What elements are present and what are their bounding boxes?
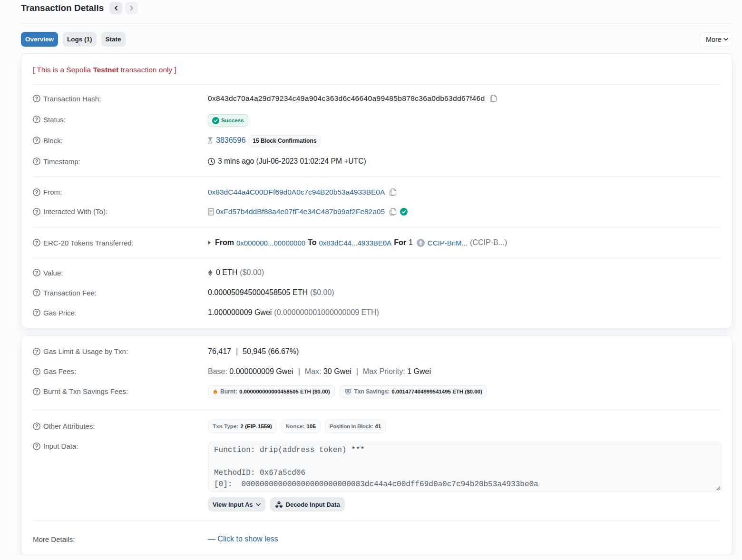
svg-text:?: ? [35, 270, 38, 275]
svg-text:?: ? [35, 423, 38, 429]
svg-text:?: ? [35, 96, 38, 101]
svg-text:?: ? [35, 117, 38, 122]
svg-text:?: ? [35, 368, 38, 374]
svg-text:?: ? [35, 443, 38, 449]
svg-text:?: ? [35, 290, 38, 295]
svg-text:?: ? [35, 138, 38, 143]
svg-text:?: ? [35, 158, 38, 164]
svg-text:?: ? [35, 208, 38, 214]
svg-text:?: ? [35, 348, 38, 354]
svg-text:?: ? [35, 388, 38, 394]
svg-text:?: ? [35, 189, 38, 195]
svg-text:?: ? [35, 310, 38, 315]
svg-text:?: ? [35, 240, 38, 246]
